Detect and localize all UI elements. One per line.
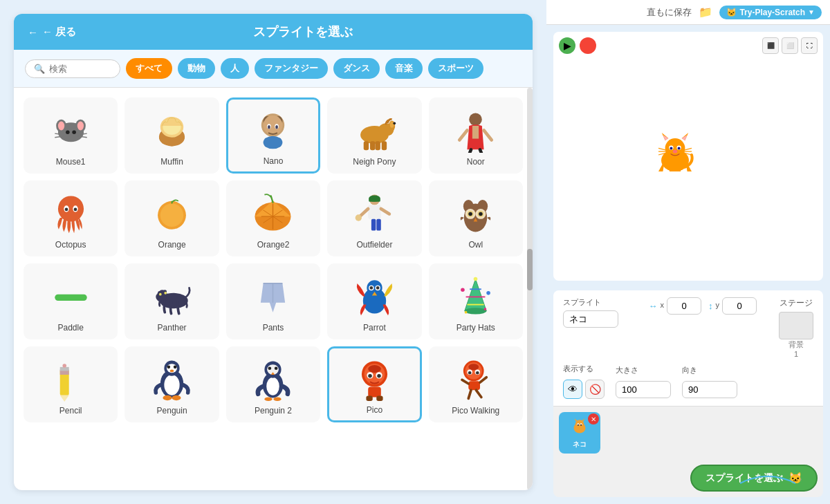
red-stop-button[interactable] [580,37,596,54]
x-label: x [661,301,665,309]
sprite-card-noor[interactable]: Noor [429,97,523,174]
svg-point-121 [265,397,273,401]
stage-small-button[interactable]: ⬛ [762,37,779,54]
properties-panel: スプライト ↔ x ↕ y ステージ 背景 1 [553,290,823,406]
stage-medium-button[interactable]: ⬜ [782,37,798,54]
filter-all-button[interactable]: すべて [126,58,172,79]
scrollbar-thumb[interactable] [527,249,533,290]
svg-point-154 [677,147,680,149]
sprite-card-mouse1[interactable]: Mouse1 [24,97,118,174]
direction-input[interactable] [682,381,737,398]
svg-point-115 [267,377,280,395]
scrollbar-track[interactable] [527,88,533,490]
filter-person-button[interactable]: 人 [221,58,249,79]
sprite-card-octopus[interactable]: Octopus [24,180,118,256]
delete-icon[interactable]: ✕ [588,413,599,424]
sprite-card-orange2[interactable]: Orange2 [226,180,320,256]
svg-point-20 [268,125,271,129]
sprite-label-noor: Noor [467,157,485,167]
svg-rect-34 [472,126,479,139]
sprite-label-nano: Nano [264,156,284,166]
back-button[interactable]: ← ← 戻る [28,26,76,39]
sprite-label-owl: Owl [468,240,483,250]
sprite-card-pencil[interactable]: Pencil [24,346,118,422]
sprite-img-panther [148,272,196,320]
coord-section: ↔ x ↕ y [649,297,757,315]
svg-rect-131 [366,395,372,400]
svg-point-122 [274,397,282,401]
x-input[interactable] [667,297,701,315]
filter-fantasy-button[interactable]: ファンタジー [255,58,328,79]
svg-rect-57 [371,218,376,230]
filter-sports-button[interactable]: スポーツ [428,58,483,79]
sprite-label-orange2: Orange2 [257,240,290,250]
sprite-card-panther[interactable]: Panther [124,263,219,339]
sprite-card-muffin[interactable]: Muffin [124,97,219,174]
svg-rect-72 [55,294,86,300]
save-label[interactable]: 直もに保存 [647,6,692,19]
sprite-img-outfielder [350,189,398,237]
search-input[interactable] [49,64,111,74]
search-box: 🔍 [25,59,120,78]
stage-fullscreen-button[interactable]: ⛶ [801,37,818,54]
svg-point-97 [487,291,491,295]
search-icon: 🔍 [34,64,45,74]
svg-line-142 [480,377,486,382]
sprite-card-neigh-pony[interactable]: Neigh Pony [327,97,421,174]
sprite-card-pico[interactable]: Pico [327,346,421,422]
svg-rect-132 [376,395,382,400]
sprite-img-paddle [46,272,95,320]
sprite-card-pico-walking[interactable]: Pico Walking [429,346,523,422]
svg-point-5 [66,130,70,134]
svg-rect-55 [369,198,380,202]
chooser-title: スプライトを選ぶ [87,24,519,40]
svg-point-125 [368,365,381,373]
svg-marker-89 [465,279,487,310]
show-label: 表示する [563,364,605,374]
sprite-label-party-hats: Party Hats [456,323,495,333]
sprite-card-nano[interactable]: Nano [226,97,320,174]
speech-bubble [740,469,768,483]
svg-point-70 [479,212,483,216]
sprite-grid: Mouse1 Muffin [14,88,533,432]
svg-point-86 [369,286,373,290]
y-input[interactable] [722,297,757,315]
sprite-card-orange[interactable]: Orange [124,180,219,256]
svg-rect-25 [364,141,369,150]
svg-point-119 [275,366,278,370]
green-flag-button[interactable]: ▶ [559,37,575,54]
sprite-card-owl[interactable]: Owl [429,180,523,256]
svg-rect-140 [469,381,481,390]
svg-point-79 [164,292,167,295]
filter-dance-button[interactable]: ダンス [333,58,380,79]
svg-point-96 [461,288,465,292]
svg-point-113 [172,395,181,400]
sprite-card-penguin2[interactable]: Penguin 2 [226,346,320,422]
sprite-name-input[interactable] [563,310,618,328]
sprite-card-penguin[interactable]: Penguin [124,346,219,422]
sprite-img-pencil [46,355,95,403]
filter-music-button[interactable]: 音楽 [385,58,423,79]
sprite-card-paddle[interactable]: Paddle [24,263,118,339]
sprite-label-mouse1: Mouse1 [56,157,86,167]
sprite-card-parrot[interactable]: Parrot [327,263,421,339]
back-arrow: ← [28,26,38,38]
show-button[interactable]: 👁 [563,380,582,399]
visibility-buttons: 👁 🚫 [563,380,605,399]
sprite-card-outfielder[interactable]: Outfielder [327,180,421,256]
bg-label: 背景 [788,339,804,350]
svg-point-43 [73,207,77,211]
sprite-card-party-hats[interactable]: Party Hats [429,263,523,339]
hide-button[interactable]: 🚫 [585,380,605,399]
sprite-img-mouse1 [46,106,95,154]
folder-icon[interactable]: 📁 [699,6,712,19]
svg-line-144 [477,390,481,397]
sprite-label-pencil: Pencil [59,406,82,416]
right-container: 直もに保存 📁 🐱 Try-Play-Scratch ▼ ▶ ⬛ ⬜ ⛶ [546,0,830,504]
brand-label: Try-Play-Scratch [739,8,805,17]
svg-point-135 [469,364,479,370]
filter-animal-button[interactable]: 動物 [178,58,215,79]
cat-sprite-thumb[interactable]: ✕ ネコ [559,412,600,454]
sprite-card-pants[interactable]: Pants [226,263,320,339]
size-input[interactable] [616,381,671,398]
